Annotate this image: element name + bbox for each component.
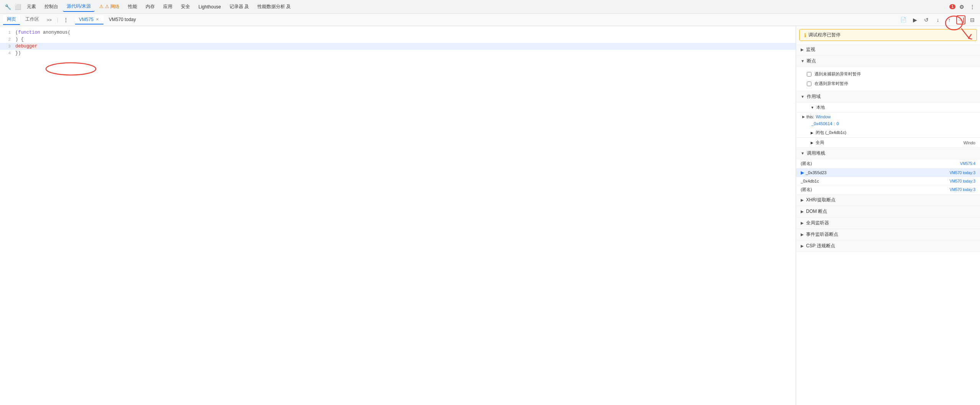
callstack-frame-3[interactable]: (匿名) VM570 today:3 xyxy=(796,185,980,194)
this-value: Window xyxy=(816,114,831,119)
uncaught-exception-checkbox-row: 遇到未捕获的异常时暂停 xyxy=(801,69,975,79)
csp-label: CSP 违规断点 xyxy=(806,243,835,249)
lighthouse-menu[interactable]: Lighthouse xyxy=(195,3,225,11)
xhr-arrow: ▶ xyxy=(801,198,804,202)
divider: | xyxy=(56,17,60,23)
debug-paused-text: 调试程序已暂停 xyxy=(808,32,841,38)
step-over-icon[interactable]: ↺ xyxy=(922,15,931,24)
memory-menu[interactable]: 内存 xyxy=(142,2,159,11)
watch-arrow: ▶ xyxy=(801,47,804,52)
global-arrow: ▶ xyxy=(811,141,813,145)
callstack-frame-2[interactable]: _0x4db1c VM570 today:3 xyxy=(796,177,980,185)
global-header[interactable]: ▶ 全局 Windo xyxy=(796,138,980,148)
event-listeners-arrow: ▶ xyxy=(801,232,804,237)
performance-menu[interactable]: 性能 xyxy=(124,2,141,11)
tab-webpage[interactable]: 网页 xyxy=(3,15,20,25)
closure-header[interactable]: ▶ 闭包 (_0x4db1c) xyxy=(796,128,980,138)
panel-toggle-icon[interactable]: ⬜ xyxy=(13,2,22,11)
frame-name-2: _0x4db1c xyxy=(801,179,819,183)
more-icon[interactable]: ⋮ xyxy=(968,2,977,11)
scope-section-header[interactable]: ▼ 作用域 xyxy=(796,91,980,103)
tab-workspace[interactable]: 工作区 xyxy=(21,15,43,25)
resume-icon[interactable]: ▶ xyxy=(910,15,919,24)
breakpoints-section-header[interactable]: ▼ 断点 xyxy=(796,56,980,67)
frame-name-3: (匿名) xyxy=(801,187,812,193)
deactivate-breakpoints-icon[interactable]: ⊟ xyxy=(968,15,977,24)
code-line-4: 4 }) xyxy=(0,50,796,57)
xhr-section-header[interactable]: ▶ XHR/提取断点 xyxy=(796,194,980,206)
var-value: 0 xyxy=(837,121,839,126)
vm570today-tab[interactable]: VM570 today xyxy=(105,15,140,24)
code-line-1: 1 (function anonymous( xyxy=(0,29,796,36)
frame-location-0: VM575:4 xyxy=(960,162,975,166)
event-listeners-label: 事件监听器断点 xyxy=(806,231,838,238)
recorder-menu[interactable]: 记录器 及 xyxy=(226,2,253,11)
uncaught-exception-checkbox[interactable] xyxy=(807,72,811,77)
this-key: this: xyxy=(806,114,814,119)
closure-label: 闭包 (_0x4db1c) xyxy=(816,130,846,136)
caught-exception-checkbox[interactable] xyxy=(807,82,811,86)
right-panel: ℹ 调试程序已暂停 ▶ 监视 ▼ 断点 遇到未捕获的异常时暂停 在遇到异常时暂停… xyxy=(796,26,980,405)
menu-bar: 🔧 ⬜ 元素 控制台 源代码/来源 ⚠ ⚠ 网络 性能 内存 应用 安全 Lig… xyxy=(0,0,980,14)
line-num-2: 2 xyxy=(0,36,15,43)
local-scope-header[interactable]: ▼ 本地 xyxy=(796,103,980,113)
breakpoints-arrow: ▼ xyxy=(801,59,805,63)
tab-navigation: 网页 工作区 >> xyxy=(3,15,54,25)
info-icon: ℹ xyxy=(804,32,806,38)
application-menu[interactable]: 应用 xyxy=(159,2,176,11)
global-extra: Windo xyxy=(964,140,975,145)
dom-label: DOM 断点 xyxy=(806,208,827,215)
perf-insights-menu[interactable]: 性能数据分析 及 xyxy=(254,2,295,11)
line-content-4: }) xyxy=(15,50,790,57)
vm575-close[interactable]: ✕ xyxy=(95,17,100,21)
vm570today-label: VM570 today xyxy=(109,17,136,22)
this-scope-item[interactable]: ▶ this: Window xyxy=(796,113,980,120)
step-out-icon[interactable]: ↑ xyxy=(945,15,954,24)
uncaught-exception-label: 遇到未捕获的异常时暂停 xyxy=(814,71,861,77)
vm575-tab[interactable]: VM575 ✕ xyxy=(75,15,103,24)
debug-paused-banner: ℹ 调试程序已暂停 xyxy=(799,29,977,41)
global-listeners-section-header[interactable]: ▶ 全局监听器 xyxy=(796,217,980,229)
settings-icon[interactable]: ⚙ xyxy=(957,2,966,11)
line-num-3: 3 xyxy=(0,43,15,50)
frame-name-1: _0x355d23 xyxy=(806,170,826,175)
breakpoints-label: 断点 xyxy=(807,58,816,64)
callstack-frame-1[interactable]: ▶ _0x355d23 VM570 today:3 xyxy=(796,168,980,177)
debug-toolbar: 📄 ▶ ↺ ↓ ↑ →| ⊟ xyxy=(899,15,977,24)
step-into-icon[interactable]: ↓ xyxy=(933,15,942,24)
csp-section-header[interactable]: ▶ CSP 违规断点 xyxy=(796,240,980,252)
dom-section-header[interactable]: ▶ DOM 断点 xyxy=(796,206,980,217)
frame-location-2: VM570 today:3 xyxy=(950,179,975,183)
event-listeners-section-header[interactable]: ▶ 事件监听器断点 xyxy=(796,229,980,240)
security-menu[interactable]: 安全 xyxy=(177,2,194,11)
step-icon[interactable]: →| xyxy=(956,15,965,24)
var-scope-item[interactable]: _0x450614 : 0 xyxy=(796,120,980,127)
elements-menu[interactable]: 元素 xyxy=(23,2,40,11)
sources-menu[interactable]: 源代码/来源 xyxy=(63,2,95,12)
more-files-btn[interactable]: ⋮ xyxy=(61,15,70,24)
watch-label: 监视 xyxy=(806,46,815,53)
watch-section-header[interactable]: ▶ 监视 xyxy=(796,44,980,56)
code-line-2: 2 ) { xyxy=(0,36,796,43)
callstack-section-header[interactable]: ▼ 调用堆栈 xyxy=(796,148,980,159)
callstack-label: 调用堆栈 xyxy=(807,150,825,157)
menu-right: 1 ⚙ ⋮ xyxy=(949,2,977,11)
tab-more-btn[interactable]: >> xyxy=(44,17,54,23)
main-layout: 1 (function anonymous( 2 ) { 3 debugger xyxy=(0,26,980,405)
webpage-label: 网页 xyxy=(7,16,16,23)
code-editor: 1 (function anonymous( 2 ) { 3 debugger xyxy=(0,26,796,60)
global-listeners-label: 全局监听器 xyxy=(806,220,829,226)
code-panel[interactable]: 1 (function anonymous( 2 ) { 3 debugger xyxy=(0,26,796,405)
console-menu[interactable]: 控制台 xyxy=(41,2,62,11)
line-num-1: 1 xyxy=(0,29,15,36)
xhr-label: XHR/提取断点 xyxy=(806,197,836,203)
devtools-icon[interactable]: 🔧 xyxy=(3,2,12,11)
caught-exception-label: 在遇到异常时暂停 xyxy=(814,81,848,87)
file-icon[interactable]: 📄 xyxy=(899,15,908,24)
local-arrow: ▼ xyxy=(811,106,814,109)
notification-badge: 1 xyxy=(949,4,955,9)
network-menu[interactable]: ⚠ ⚠ 网络 xyxy=(95,2,123,11)
workspace-label: 工作区 xyxy=(25,16,39,23)
callstack-frame-0[interactable]: (匿名) VM575:4 xyxy=(796,159,980,168)
tabs-bar: 网页 工作区 >> | ⋮ VM575 ✕ VM570 today 📄 ▶ ↺ … xyxy=(0,14,980,26)
